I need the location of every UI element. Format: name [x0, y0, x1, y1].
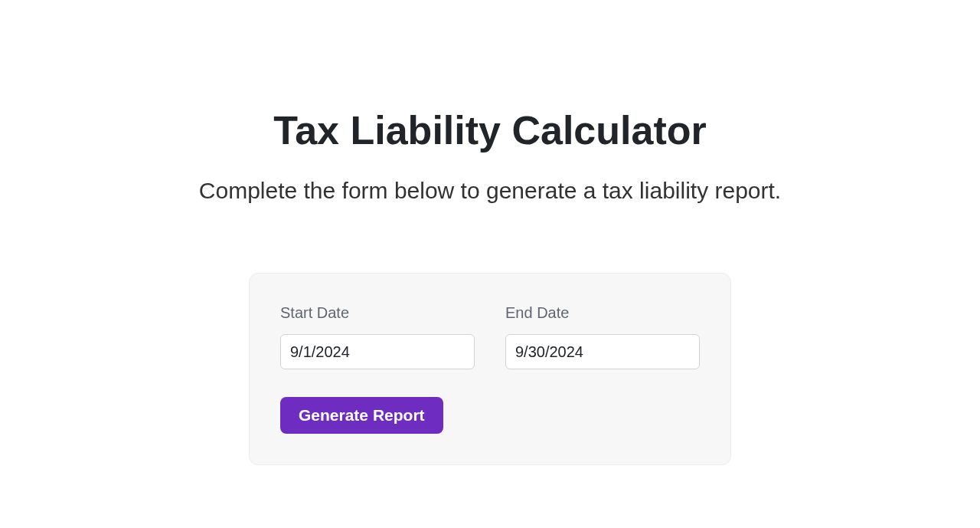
start-date-field: Start Date — [280, 304, 475, 369]
end-date-field: End Date — [505, 304, 700, 369]
start-date-input-group — [280, 334, 475, 369]
start-date-input[interactable] — [281, 335, 475, 369]
generate-report-button[interactable]: Generate Report — [280, 397, 443, 434]
date-row: Start Date End Date — [280, 304, 700, 369]
main-container: Tax Liability Calculator Complete the fo… — [115, 0, 865, 465]
end-date-input-group — [505, 334, 700, 369]
page-title: Tax Liability Calculator — [115, 107, 865, 153]
start-date-label: Start Date — [280, 304, 475, 322]
end-date-input[interactable] — [506, 335, 700, 369]
page-subtitle: Complete the form below to generate a ta… — [115, 178, 865, 204]
form-card: Start Date End Date — [249, 273, 731, 465]
end-date-label: End Date — [505, 304, 700, 322]
